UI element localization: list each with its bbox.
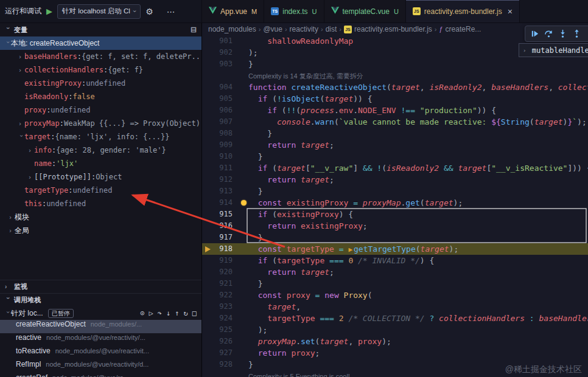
code-line[interactable]: 915 if (existingProxy) { (202, 209, 588, 220)
line-number[interactable]: 928 (202, 359, 233, 370)
scope-section-全局[interactable]: ›全局 (0, 224, 201, 237)
breadcrumb-item[interactable]: reactivity.esm-bundler.js (354, 25, 432, 33)
stop-icon[interactable]: □ (192, 309, 197, 317)
callstack-section-header[interactable]: › 调用堆栈 (0, 293, 201, 306)
code-line[interactable]: 924 targetType === 2 /* COLLECTION */ ? … (202, 313, 588, 324)
line-number[interactable]: 908 (202, 128, 233, 139)
chevron-right-icon[interactable]: › (18, 67, 24, 74)
close-icon[interactable]: × (508, 7, 513, 16)
line-number[interactable]: 905 (202, 93, 233, 105)
variable-row[interactable]: ›collectionHandlers: {get: f} (0, 63, 201, 77)
code-line[interactable]: 925 ); (202, 324, 588, 336)
code-line[interactable]: 911 if (target["__v_raw"] && !(isReadonl… (202, 162, 588, 174)
breadcrumb-item[interactable]: node_modules (208, 25, 256, 33)
code-line[interactable]: 921 } (202, 278, 588, 289)
variable-row[interactable]: ›info: {age: 28, gender: 'male'} (0, 144, 201, 157)
chevron-right-icon[interactable]: › (18, 54, 24, 60)
line-number[interactable]: 910 (202, 151, 233, 162)
line-number[interactable]: 925 (202, 324, 233, 336)
chevron-right-icon[interactable]: › (18, 120, 24, 127)
line-number[interactable]: 916 (202, 220, 233, 232)
step-into-icon[interactable] (558, 29, 567, 39)
code-line[interactable]: 904function createReactiveObject(target,… (202, 81, 588, 93)
debug-hover-widget[interactable]: › mutableHandler (519, 43, 588, 57)
line-number[interactable]: 924 (202, 313, 233, 324)
step-out-icon[interactable]: ↑ (175, 309, 179, 317)
debug-config-dropdown[interactable]: 针对 localhost 启动 Cl › (57, 4, 141, 19)
code-line[interactable]: 910 } (202, 151, 588, 162)
line-number[interactable]: 915 (202, 209, 233, 220)
chevron-right-icon[interactable]: › (28, 174, 34, 181)
line-number[interactable]: 919 (202, 255, 233, 266)
step-over-icon[interactable]: ↷ (158, 309, 162, 317)
line-number[interactable]: 917 (202, 232, 233, 243)
line-number[interactable]: 921 (202, 278, 233, 289)
line-number[interactable]: 914 (202, 197, 233, 209)
code-line[interactable]: 913 } (202, 185, 588, 197)
code-line[interactable]: 912 return target; (202, 174, 588, 185)
continue-icon[interactable]: ▷ (149, 309, 153, 317)
code-line[interactable]: 923 target, (202, 301, 588, 313)
debug-session-row[interactable]: › 针对 loc... 已暂停 ⊙▷↷↓↑↻□ (0, 306, 201, 320)
variable-row[interactable]: targetType: undefined (0, 184, 201, 197)
tab-App.vue[interactable]: App.vueM (202, 0, 264, 22)
line-number[interactable]: 920 (202, 266, 233, 278)
line-number[interactable]: 911 (202, 162, 233, 174)
variable-row[interactable]: this: undefined (0, 197, 201, 210)
line-number[interactable]: 927 (202, 347, 233, 359)
collapse-all-icon[interactable]: ⊟ (191, 26, 197, 34)
line-number[interactable]: 902 (202, 47, 233, 58)
restart-icon[interactable]: ↻ (184, 309, 188, 317)
line-number[interactable]: 913 (202, 185, 233, 197)
pause-circle-icon[interactable]: ⊙ (140, 309, 144, 317)
more-actions-icon[interactable]: ⋯ (167, 7, 176, 16)
variable-row[interactable]: ›[[Prototype]]: Object (0, 170, 201, 184)
line-number[interactable]: 909 (202, 139, 233, 151)
step-over-icon[interactable] (544, 29, 553, 39)
line-number[interactable]: 907 (202, 116, 233, 128)
variable-row[interactable]: proxy: undefined (0, 103, 201, 117)
line-number[interactable]: 922 (202, 289, 233, 301)
chevron-right-icon[interactable]: › (28, 147, 34, 154)
line-number[interactable]: 901 (202, 35, 233, 47)
breadcrumb-item[interactable]: reactivity (290, 25, 318, 33)
variable-row[interactable]: ›proxyMap: WeakMap {{...} => Proxy(Objec… (0, 117, 201, 130)
breadcrumb-item[interactable]: dist (326, 25, 337, 33)
line-number[interactable]: 904 (202, 81, 233, 93)
tab-templateC.vue[interactable]: templateC.vueU (324, 0, 406, 22)
breadcrumb-item[interactable]: createRe... (446, 25, 481, 33)
code-line[interactable]: 905 if (!isObject(target)) { (202, 93, 588, 105)
code-line[interactable]: 906 if (!!(process.env.NODE_ENV !== "pro… (202, 105, 588, 116)
step-out-icon[interactable] (572, 29, 581, 39)
stack-frame-row[interactable]: RefImplnode_modules/@vue/reactivity/d... (0, 360, 201, 373)
code-line[interactable]: 903} (202, 58, 588, 70)
code-line[interactable]: 927 return proxy; (202, 347, 588, 359)
code-line[interactable]: 907 console.warn(`value cannot be made r… (202, 116, 588, 128)
tab-index.ts[interactable]: TSindex.tsU (264, 0, 324, 22)
stack-frame-row[interactable]: reactivenode_modules/@vue/reactivity/... (0, 333, 201, 347)
gear-icon[interactable]: ⚙ (145, 7, 153, 16)
watch-section-header[interactable]: › 监视 (0, 280, 201, 293)
code-line[interactable]: 926 proxyMap.set(target, proxy); (202, 336, 588, 347)
inline-breakpoint-icon[interactable]: ▶ (348, 246, 352, 254)
code-line[interactable]: 909 return target; (202, 139, 588, 151)
start-debug-icon[interactable]: ▶ (46, 7, 52, 16)
stack-frame-row[interactable]: createRefnode_modules/@vue/re... (0, 373, 201, 377)
continue-icon[interactable] (530, 29, 539, 39)
line-number[interactable]: 906 (202, 105, 233, 116)
lightbulb-icon[interactable] (241, 200, 247, 206)
code-line[interactable]: 916 return existingProxy; (202, 220, 588, 232)
scope-section-模块[interactable]: ›模块 (0, 210, 201, 224)
stack-frame-row[interactable]: createReactiveObjectnode_modules/... (0, 320, 201, 333)
step-into-icon[interactable]: ↓ (166, 309, 170, 317)
code-line[interactable]: 919 if (targetType === 0 /* INVALID */) … (202, 255, 588, 266)
variables-section-header[interactable]: › 变量 ⊟ (0, 23, 201, 36)
variable-row[interactable]: existingProxy: undefined (0, 77, 201, 90)
code-line[interactable]: 920 return target; (202, 266, 588, 278)
line-number[interactable]: 923 (202, 301, 233, 313)
tab-reactivity.esm-bundler.js[interactable]: JSreactivity.esm-bundler.js× (406, 0, 520, 22)
line-number[interactable]: 903 (202, 58, 233, 70)
line-number[interactable]: 912 (202, 174, 233, 185)
variable-row[interactable]: ›baseHandlers: {get: f, set: f, deletePr… (0, 50, 201, 63)
code-line[interactable]: 918 const targetType = ▶getTargetType(ta… (202, 243, 588, 255)
